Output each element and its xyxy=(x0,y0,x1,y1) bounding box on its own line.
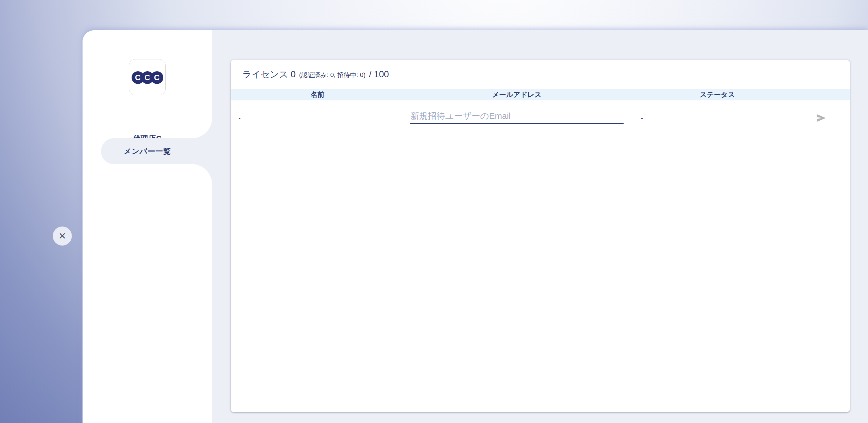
column-header-email: メールアドレス xyxy=(404,89,630,100)
table-header-row: 名前 メールアドレス ステータス xyxy=(231,89,850,100)
sidebar: C C C 代理店C メンバー一覧 xyxy=(83,30,212,423)
app-shell: C C C 代理店C メンバー一覧 ライセンス 0 (認証済み: 0, 招待中:… xyxy=(83,30,868,423)
sidebar-item-member-list[interactable]: メンバー一覧 xyxy=(101,138,212,164)
invite-row-name: - xyxy=(231,100,404,135)
org-logo-icon: C C C xyxy=(129,71,165,84)
invite-row: - - xyxy=(231,100,850,135)
send-invite-button[interactable] xyxy=(816,113,826,123)
close-icon: ✕ xyxy=(59,232,66,241)
logo-letter-circle: C xyxy=(151,71,163,84)
license-total: / 100 xyxy=(369,69,389,80)
member-list-card: ライセンス 0 (認証済み: 0, 招待中: 0) / 100 名前 メールアド… xyxy=(231,60,850,412)
active-item-bottom-corner xyxy=(192,164,212,184)
invite-row-status: - xyxy=(629,100,805,135)
send-icon xyxy=(816,113,826,123)
close-button[interactable]: ✕ xyxy=(53,226,72,246)
active-item-top-corner xyxy=(192,118,212,138)
license-title: ライセンス 0 xyxy=(242,68,296,81)
license-detail: (認証済み: 0, 招待中: 0) xyxy=(299,71,366,79)
license-summary: ライセンス 0 (認証済み: 0, 招待中: 0) / 100 xyxy=(231,60,850,89)
new-invite-email-input[interactable] xyxy=(410,110,624,124)
column-header-action xyxy=(805,89,850,100)
column-header-status: ステータス xyxy=(629,89,805,100)
org-logo: C C C xyxy=(129,59,166,95)
column-header-name: 名前 xyxy=(231,89,404,100)
